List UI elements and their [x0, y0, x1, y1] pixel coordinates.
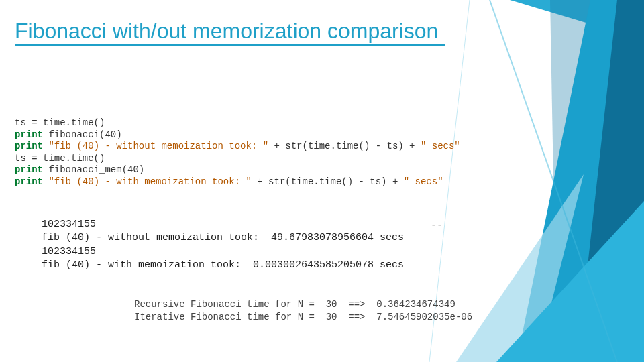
title-text: Fibonacci with/out memorization comparis… [15, 19, 438, 43]
timing-block: Recursive Fibonacci time for N = 30 ==> … [134, 298, 472, 324]
timing-line-2: Iterative Fibonacci time for N = 30 ==> … [134, 312, 472, 322]
output-block: 102334155 fib (40) - without memoization… [42, 218, 404, 272]
output-line-1: 102334155 [42, 219, 96, 230]
code-line-5: fibonacci_mem(40) [43, 164, 144, 175]
string-literal: "fib (40) - with memoization took: " [43, 176, 252, 187]
keyword-print: print [15, 176, 43, 187]
keyword-print: print [15, 141, 43, 152]
string-literal: " secs" [421, 141, 460, 152]
string-literal: " secs" [404, 176, 443, 187]
keyword-print: print [15, 129, 43, 140]
code-concat: + str(time.time() - ts) + [268, 141, 421, 152]
string-literal: "fib (40) - without memoization took: " [43, 141, 268, 152]
code-line-2: fibonacci(40) [43, 129, 122, 140]
code-line-4: ts = time.time() [15, 153, 105, 164]
timing-line-1: Recursive Fibonacci time for N = 30 ==> … [134, 299, 455, 310]
code-concat: + str(time.time() - ts) + [252, 176, 404, 187]
output-line-2: fib (40) - without memoization took: 49.… [42, 232, 404, 243]
code-line-1: ts = time.time() [15, 117, 105, 128]
separator-dash: -- [431, 220, 443, 231]
code-block: ts = time.time() print fibonacci(40) pri… [15, 117, 460, 188]
keyword-print: print [15, 164, 43, 175]
output-line-4: fib (40) - with memoization took: 0.0030… [42, 259, 404, 271]
output-line-3: 102334155 [42, 246, 96, 257]
slide-title: Fibonacci with/out memorization comparis… [15, 19, 438, 44]
